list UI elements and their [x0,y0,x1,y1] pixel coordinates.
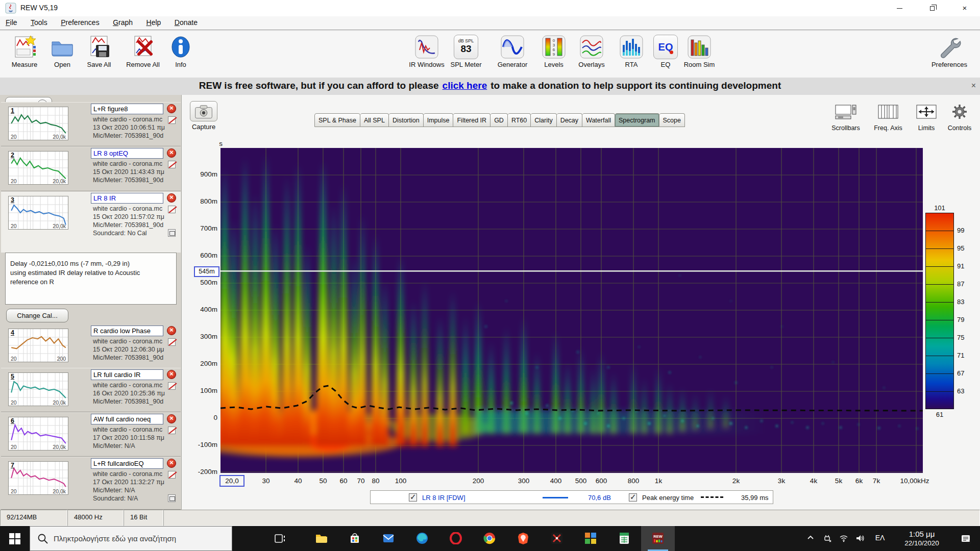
measurement-name-field[interactable]: R cardio low Phase [91,325,163,336]
measurement-thumbnail[interactable]: 1 20 20,0k [8,107,68,140]
remove-measurement-icon[interactable] [167,193,176,203]
capture-button[interactable] [190,101,217,121]
store-icon[interactable] [338,526,372,551]
measurement-name-field[interactable]: L+R figure8 [91,104,163,114]
measurement-number: 3 [11,196,14,204]
measurement-name-field[interactable]: L+R fullcardioEQ [91,458,163,469]
measurement-number: 2 [11,152,14,159]
measurement-thumbnail[interactable]: 3 20 20,0k [8,196,68,230]
remove-measurement-icon[interactable] [167,148,176,158]
measurement-item-6[interactable]: 6 20 20,0k AW full cardio noeq white car… [1,412,181,457]
menu-file[interactable]: File [0,16,23,29]
title-bar[interactable]: REW V5,19 × [0,0,980,16]
task-view-button[interactable] [265,526,294,551]
ir-windows-button[interactable]: IR Windows [404,34,449,68]
change-cal-button[interactable]: Change Cal... [6,309,68,322]
tab-scope[interactable]: Scope [659,113,685,127]
y-cursor-value[interactable]: 545m [194,266,219,277]
maximize-button[interactable] [918,0,946,16]
color-scale-tick: 79 [957,316,964,323]
color-scale-tick: 71 [957,352,964,359]
measurement-item-7[interactable]: 7 20 20,0k L+R fullcardioEQ white cardio… [1,457,181,510]
tab-all-spl[interactable]: All SPL [360,113,389,127]
measurement-item-3[interactable]: 3 20 20,0k LR 8 IR white cardio - corona… [1,191,181,253]
trace-checkbox[interactable] [409,493,417,502]
measurement-thumbnail[interactable]: 6 20 20,0k [8,417,68,450]
brave-icon[interactable] [506,526,540,551]
overlays-button[interactable]: Overlays [569,34,614,68]
tab-clarity[interactable]: Clarity [531,113,556,127]
menu-tools[interactable]: Tools [25,16,53,29]
measurement-item-5[interactable]: 5 20 20,0k LR full cardio IR white cardi… [1,368,181,412]
measurement-soundcard: Soundcard: No Cal [93,230,178,237]
measurement-name-field[interactable]: LR 8 optEQ [91,148,163,159]
info-button[interactable]: Info [158,34,203,68]
measurement-thumbnail[interactable]: 2 20 20,0k [8,151,68,185]
measurement-name-field[interactable]: LR 8 IR [91,193,163,204]
x-axis-start-value[interactable]: 20,0 [219,475,244,487]
mail-icon[interactable] [372,526,405,551]
measurement-thumbnail[interactable]: 5 20 20,0k [8,372,68,406]
tab-rt60[interactable]: RT60 [508,113,531,127]
language-indicator[interactable]: ΕΛ [870,534,890,542]
preferences-button[interactable]: Preferences [927,34,972,68]
taskbar-clock[interactable]: 1:05 μμ 22/10/2020 [896,530,947,547]
menu-preferences[interactable]: Preferences [55,16,105,29]
measurement-name-field[interactable]: AW full cardio noeq [91,414,163,424]
freq-axis-button[interactable]: Freq. Axis [867,103,910,132]
rew-taskbar-icon[interactable]: REW [641,526,675,551]
close-button[interactable]: × [950,0,979,16]
tab-spl-phase[interactable]: SPL & Phase [314,113,360,127]
save-all-button[interactable]: Save All [77,34,121,68]
tab-decay[interactable]: Decay [557,113,582,127]
room-sim-button[interactable]: Room Sim [677,34,722,68]
svg-text:6: 6 [553,47,555,52]
tab-spectrogram[interactable]: Spectrogram [615,113,659,127]
donation-link[interactable]: click here [443,80,487,91]
remove-measurement-icon[interactable] [167,370,176,379]
measurement-item-1[interactable]: 1 20 20,0k L+R figure8 white cardio - co… [1,102,181,146]
generator-button[interactable]: Generator [490,34,535,68]
app-icon-tiles[interactable] [574,526,607,551]
tab-impulse[interactable]: Impulse [424,113,454,127]
notification-center-icon[interactable] [958,526,973,551]
measurement-date: 15 Οκτ 2020 11:57:02 πμ [93,213,178,220]
tab-waterfall[interactable]: Waterfall [582,113,615,127]
remove-measurement-icon[interactable] [167,104,176,113]
measurement-name-field[interactable]: LR full cardio IR [91,369,163,380]
menu-help[interactable]: Help [141,16,167,29]
tray-power-icon[interactable] [820,526,835,551]
minimize-button[interactable] [885,0,914,16]
controls-button[interactable]: Controls [938,103,980,132]
scrollbars-button[interactable]: Scrollbars [824,103,867,132]
menu-graph[interactable]: Graph [107,16,138,29]
peak-energy-checkbox[interactable] [629,493,637,502]
edge-icon[interactable] [405,526,439,551]
tab-distortion[interactable]: Distortion [389,113,424,127]
tab-gd[interactable]: GD [491,113,508,127]
tray-chevron-icon[interactable] [803,526,819,551]
measurement-date: 13 Οκτ 2020 10:06:51 πμ [93,124,178,131]
menu-donate[interactable]: Donate [169,16,203,29]
spectrogram-plot[interactable] [220,148,923,473]
spl-meter-button[interactable]: dB SPL 83 SPL Meter [444,34,488,68]
app-icon-spreadsheet[interactable] [607,526,641,551]
remove-measurement-icon[interactable] [167,326,176,335]
app-icon-dark[interactable] [540,526,574,551]
measurement-thumbnail[interactable]: 4 20 200 [8,329,68,362]
remove-measurement-icon[interactable] [167,459,176,468]
start-button[interactable] [0,526,30,551]
banner-close-icon[interactable]: × [971,81,976,90]
chrome-icon[interactable] [473,526,506,551]
opera-icon[interactable] [439,526,473,551]
search-input[interactable] [54,527,227,550]
tray-wifi-icon[interactable] [836,526,851,551]
tray-volume-icon[interactable] [852,526,868,551]
file-explorer-icon[interactable] [304,526,338,551]
measurement-thumbnail[interactable]: 7 20 20,0k [8,461,68,495]
remove-measurement-icon[interactable] [167,414,176,423]
measurement-item-2[interactable]: 2 20 20,0k LR 8 optEQ white cardio - cor… [1,146,181,191]
measurement-item-4[interactable]: 4 20 200 R cardio low Phase white cardio… [1,324,181,368]
tab-filtered-ir[interactable]: Filtered IR [453,113,491,127]
taskbar-search[interactable] [30,526,232,551]
